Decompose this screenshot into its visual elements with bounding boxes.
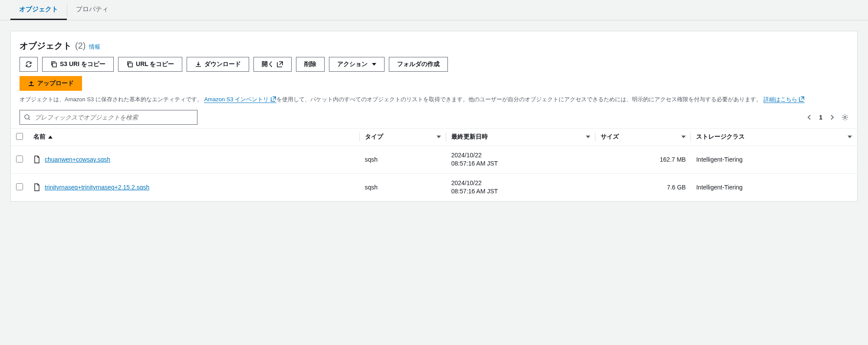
copy-url-label: URL をコピー bbox=[136, 60, 174, 68]
col-storage-class[interactable]: ストレージクラス bbox=[691, 128, 857, 146]
upload-button[interactable]: アップロード bbox=[20, 76, 82, 91]
copy-s3-uri-label: S3 URI をコピー bbox=[60, 60, 105, 68]
copy-icon bbox=[50, 61, 57, 68]
create-folder-button[interactable]: フォルダの作成 bbox=[389, 57, 448, 72]
object-name-link[interactable]: trinityrnaseq+trinityrnaseq+2.15.2.sqsh bbox=[45, 184, 149, 191]
tab-properties[interactable]: プロパティ bbox=[67, 0, 117, 20]
open-label: 開く bbox=[262, 60, 274, 68]
file-icon bbox=[33, 183, 40, 191]
col-name[interactable]: 名前 bbox=[28, 128, 360, 146]
cell-type: sqsh bbox=[360, 146, 446, 173]
description-text: オブジェクトは、Amazon S3 に保存された基本的なエンティティです。 Am… bbox=[20, 95, 848, 104]
search-box bbox=[20, 110, 197, 125]
search-pagination-row: 1 bbox=[20, 110, 848, 125]
create-folder-label: フォルダの作成 bbox=[397, 60, 440, 68]
search-icon bbox=[24, 114, 31, 121]
external-link-icon bbox=[276, 61, 283, 68]
tab-objects[interactable]: オブジェクト bbox=[10, 0, 67, 20]
objects-table: 名前 タイプ 最終更新日時 サイズ ストレージクラス chuanwen+cows… bbox=[11, 128, 857, 201]
actions-button[interactable]: アクション bbox=[329, 57, 385, 72]
pagination: 1 bbox=[806, 114, 848, 121]
desc-part-2: を使用して、バケット内のすべてのオブジェクトのリストを取得できます。他のユーザー… bbox=[276, 96, 762, 103]
select-all-checkbox[interactable] bbox=[16, 133, 23, 140]
download-label: ダウンロード bbox=[204, 60, 241, 68]
svg-rect-0 bbox=[53, 63, 56, 67]
toolbar-2: アップロード bbox=[20, 76, 848, 91]
sort-asc-icon bbox=[48, 136, 53, 139]
col-type-label: タイプ bbox=[365, 133, 383, 140]
row-checkbox[interactable] bbox=[16, 183, 23, 190]
refresh-icon bbox=[25, 61, 32, 68]
col-name-label: 名前 bbox=[33, 133, 46, 140]
delete-button[interactable]: 削除 bbox=[296, 57, 325, 72]
inventory-link[interactable]: Amazon S3 インベントリ bbox=[204, 96, 276, 103]
inventory-link-text: Amazon S3 インベントリ bbox=[204, 96, 269, 103]
file-icon bbox=[33, 156, 40, 163]
panel-header: オブジェクト (2) 情報 bbox=[20, 40, 848, 52]
cell-size: 162.7 MB bbox=[595, 146, 691, 173]
download-button[interactable]: ダウンロード bbox=[187, 57, 249, 72]
prev-page-icon[interactable] bbox=[806, 114, 813, 121]
col-lm-label: 最終更新日時 bbox=[451, 133, 488, 140]
learn-more-text: 詳細はこちら bbox=[763, 96, 797, 103]
tabs-bar: オブジェクト プロパティ bbox=[0, 0, 868, 20]
object-count: (2) bbox=[75, 41, 85, 51]
svg-rect-1 bbox=[128, 63, 132, 67]
row-checkbox[interactable] bbox=[16, 156, 23, 163]
filter-icon[interactable] bbox=[437, 136, 441, 138]
refresh-button[interactable] bbox=[20, 57, 38, 72]
svg-point-3 bbox=[844, 116, 846, 118]
col-type[interactable]: タイプ bbox=[360, 128, 446, 146]
open-button[interactable]: 開く bbox=[253, 57, 292, 72]
table-row: trinityrnaseq+trinityrnaseq+2.15.2.sqshs… bbox=[11, 173, 857, 201]
filter-icon[interactable] bbox=[848, 136, 852, 138]
col-size-label: サイズ bbox=[601, 133, 619, 141]
next-page-icon[interactable] bbox=[829, 114, 835, 121]
page-number: 1 bbox=[819, 114, 822, 121]
actions-label: アクション bbox=[337, 60, 368, 68]
objects-panel: オブジェクト (2) 情報 S3 URI をコピー URL をコピー ダウンロー… bbox=[10, 31, 858, 202]
search-input[interactable] bbox=[20, 110, 197, 125]
chevron-down-icon bbox=[372, 63, 376, 66]
object-name-link[interactable]: chuanwen+cowsay.sqsh bbox=[45, 156, 110, 163]
col-sc-label: ストレージクラス bbox=[696, 133, 745, 140]
upload-icon bbox=[28, 80, 35, 87]
desc-part-1: オブジェクトは、Amazon S3 に保存された基本的なエンティティです。 bbox=[20, 96, 203, 103]
info-link[interactable]: 情報 bbox=[89, 43, 100, 51]
svg-point-2 bbox=[25, 115, 29, 119]
filter-icon[interactable] bbox=[681, 136, 686, 138]
copy-icon bbox=[126, 61, 133, 68]
upload-label: アップロード bbox=[37, 80, 74, 87]
filter-icon[interactable] bbox=[586, 136, 590, 138]
cell-type: sqsh bbox=[360, 173, 446, 201]
panel-title: オブジェクト bbox=[20, 40, 72, 52]
learn-more-link[interactable]: 詳細はこちら bbox=[763, 96, 805, 103]
table-row: chuanwen+cowsay.sqshsqsh2024/10/2208:57:… bbox=[11, 146, 857, 173]
cell-last-modified: 2024/10/2208:57:16 AM JST bbox=[446, 173, 595, 201]
delete-label: 削除 bbox=[304, 60, 316, 68]
cell-size: 7.6 GB bbox=[595, 173, 691, 201]
toolbar: S3 URI をコピー URL をコピー ダウンロード 開く 削除 アクション bbox=[20, 57, 848, 72]
cell-storage-class: Intelligent-Tiering bbox=[691, 146, 857, 173]
external-link-icon bbox=[270, 96, 276, 102]
cell-last-modified: 2024/10/2208:57:16 AM JST bbox=[446, 146, 595, 173]
col-size[interactable]: サイズ bbox=[595, 128, 691, 146]
gear-icon[interactable] bbox=[842, 114, 848, 121]
download-icon bbox=[195, 61, 202, 68]
cell-storage-class: Intelligent-Tiering bbox=[691, 173, 857, 201]
copy-url-button[interactable]: URL をコピー bbox=[118, 57, 182, 72]
col-last-modified[interactable]: 最終更新日時 bbox=[446, 128, 595, 146]
copy-s3-uri-button[interactable]: S3 URI をコピー bbox=[42, 57, 114, 72]
external-link-icon bbox=[799, 96, 805, 102]
